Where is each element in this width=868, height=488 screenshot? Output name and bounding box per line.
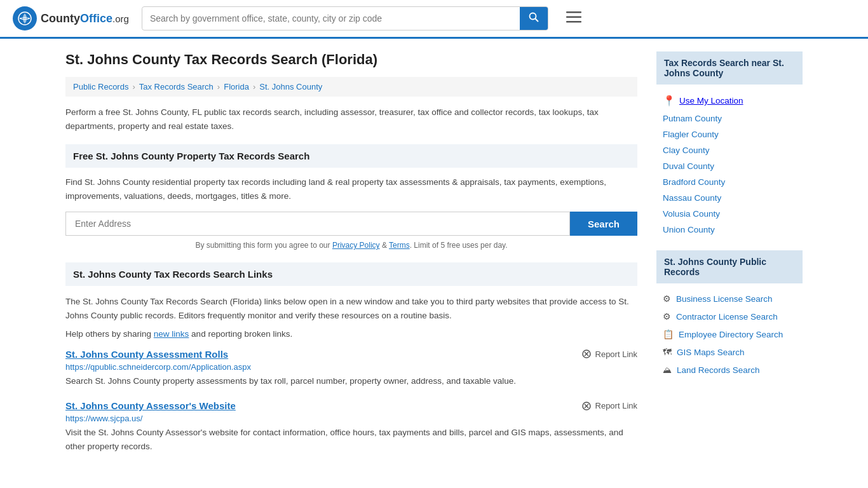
sidebar-item-volusia[interactable]: Volusia County bbox=[656, 206, 803, 222]
link-item: St. Johns County Assessment Rolls Report… bbox=[65, 349, 637, 388]
property-search-description: Find St. Johns County residential proper… bbox=[65, 175, 637, 203]
report-link-label: Report Link bbox=[595, 349, 637, 359]
link-url[interactable]: https://qpublic.schneidercorp.com/Applic… bbox=[65, 362, 637, 372]
links-section: St. Johns County Tax Records Search Link… bbox=[65, 262, 637, 453]
logo-text: CountyOffice.org bbox=[41, 12, 129, 25]
breadcrumb-st-johns[interactable]: St. Johns County bbox=[259, 82, 322, 92]
sidebar-item-employee-directory[interactable]: 📋 Employee Directory Search bbox=[656, 325, 803, 343]
address-input[interactable] bbox=[65, 212, 570, 236]
global-search-button[interactable] bbox=[520, 7, 548, 30]
terms-link[interactable]: Terms bbox=[389, 241, 410, 250]
content-wrap: St. Johns County Tax Records Search (Flo… bbox=[53, 39, 815, 478]
sidebar-item-clay[interactable]: Clay County bbox=[656, 142, 803, 158]
contractor-license-icon: ⚙ bbox=[663, 311, 671, 322]
report-link-label-2: Report Link bbox=[595, 401, 637, 410]
links-description: The St. Johns County Tax Records Search … bbox=[65, 295, 637, 322]
link-item-header: St. Johns County Assessment Rolls Report… bbox=[65, 349, 637, 360]
link-title-assessment-rolls[interactable]: St. Johns County Assessment Rolls bbox=[65, 349, 228, 360]
svg-rect-3 bbox=[566, 11, 581, 13]
logo[interactable]: CountyOffice.org bbox=[13, 6, 129, 30]
report-link-button[interactable]: Report Link bbox=[581, 401, 637, 411]
sidebar: Tax Records Search near St. Johns County… bbox=[656, 51, 803, 466]
share-text: Help others by sharing new links and rep… bbox=[65, 329, 637, 339]
property-search-heading: Free St. Johns County Property Tax Recor… bbox=[65, 144, 637, 168]
global-search-input[interactable] bbox=[142, 8, 520, 29]
link-item: St. Johns County Assessor's Website Repo… bbox=[65, 400, 637, 453]
sidebar-item-union[interactable]: Union County bbox=[656, 222, 803, 238]
gis-maps-icon: 🗺 bbox=[663, 347, 672, 357]
property-search-section: Free St. Johns County Property Tax Recor… bbox=[65, 144, 637, 250]
gis-maps-link[interactable]: GIS Maps Search bbox=[677, 348, 745, 357]
link-description: Search St. Johns County property assessm… bbox=[65, 374, 637, 388]
sidebar-item-nassau[interactable]: Nassau County bbox=[656, 190, 803, 206]
sidebar-item-flagler[interactable]: Flagler County bbox=[656, 126, 803, 142]
breadcrumb-tax-records-search[interactable]: Tax Records Search bbox=[139, 82, 214, 92]
links-section-heading: St. Johns County Tax Records Search Link… bbox=[65, 262, 637, 286]
location-pin-icon: 📍 bbox=[663, 95, 675, 107]
link-title-assessors-website[interactable]: St. Johns County Assessor's Website bbox=[65, 400, 236, 411]
sidebar-item-contractor-license[interactable]: ⚙ Contractor License Search bbox=[656, 308, 803, 325]
logo-icon bbox=[13, 6, 37, 30]
header: CountyOffice.org bbox=[0, 0, 868, 39]
breadcrumb-public-records[interactable]: Public Records bbox=[73, 82, 128, 92]
sidebar-item-duval[interactable]: Duval County bbox=[656, 158, 803, 174]
sidebar-nearby-heading: Tax Records Search near St. Johns County bbox=[656, 51, 803, 85]
use-my-location-link[interactable]: Use My Location bbox=[679, 96, 743, 105]
page-title: St. Johns County Tax Records Search (Flo… bbox=[65, 51, 637, 68]
link-description-2: Visit the St. Johns County Assessor's we… bbox=[65, 426, 637, 453]
svg-line-2 bbox=[535, 19, 538, 22]
svg-point-1 bbox=[529, 13, 536, 20]
employee-directory-icon: 📋 bbox=[663, 329, 674, 339]
search-button[interactable]: Search bbox=[570, 212, 637, 236]
report-link-button[interactable]: Report Link bbox=[581, 349, 637, 359]
sidebar-nearby: Tax Records Search near St. Johns County… bbox=[656, 51, 803, 238]
breadcrumb-sep-3: › bbox=[253, 82, 255, 92]
contractor-license-link[interactable]: Contractor License Search bbox=[676, 312, 778, 322]
breadcrumb-florida[interactable]: Florida bbox=[224, 82, 249, 92]
new-links-link[interactable]: new links bbox=[154, 329, 189, 339]
main-content: St. Johns County Tax Records Search (Flo… bbox=[65, 51, 637, 466]
land-records-icon: ⛰ bbox=[663, 365, 672, 375]
link-item-header: St. Johns County Assessor's Website Repo… bbox=[65, 400, 637, 411]
business-license-icon: ⚙ bbox=[663, 294, 671, 304]
form-note: By submitting this form you agree to our… bbox=[65, 241, 637, 250]
svg-rect-4 bbox=[566, 17, 581, 18]
breadcrumb-sep-2: › bbox=[217, 82, 220, 92]
sidebar-item-gis-maps[interactable]: 🗺 GIS Maps Search bbox=[656, 343, 803, 361]
land-records-link[interactable]: Land Records Search bbox=[677, 365, 760, 375]
employee-directory-link[interactable]: Employee Directory Search bbox=[679, 330, 783, 339]
sidebar-public-records-heading: St. Johns County Public Records bbox=[656, 250, 803, 283]
page-description: Perform a free St. Johns County, FL publ… bbox=[65, 105, 637, 133]
global-search-bar bbox=[142, 6, 548, 30]
breadcrumb: Public Records › Tax Records Search › Fl… bbox=[65, 77, 637, 97]
svg-rect-5 bbox=[566, 21, 581, 23]
sidebar-item-business-license[interactable]: ⚙ Business License Search bbox=[656, 290, 803, 308]
sidebar-public-records: St. Johns County Public Records ⚙ Busine… bbox=[656, 250, 803, 379]
hamburger-menu-button[interactable] bbox=[561, 8, 587, 29]
business-license-link[interactable]: Business License Search bbox=[676, 294, 773, 304]
link-url-2[interactable]: https://www.sjcpa.us/ bbox=[65, 414, 637, 423]
privacy-policy-link[interactable]: Privacy Policy bbox=[332, 241, 380, 250]
sidebar-item-putnam[interactable]: Putnam County bbox=[656, 111, 803, 126]
address-form: Search bbox=[65, 212, 637, 236]
sidebar-item-land-records[interactable]: ⛰ Land Records Search bbox=[656, 361, 803, 379]
sidebar-item-bradford[interactable]: Bradford County bbox=[656, 174, 803, 190]
breadcrumb-sep-1: › bbox=[132, 82, 135, 92]
use-my-location-item[interactable]: 📍 Use My Location bbox=[656, 91, 803, 111]
